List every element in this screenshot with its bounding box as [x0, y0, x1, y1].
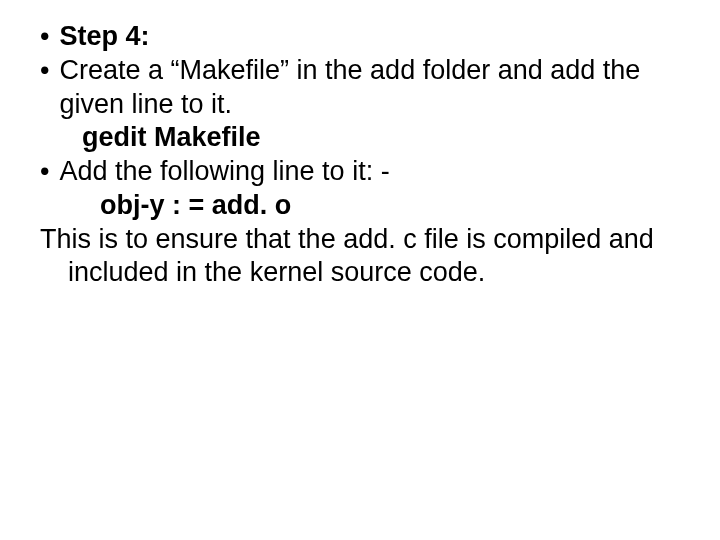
command-gedit: gedit Makefile — [40, 121, 680, 155]
text-pre: Create a — [59, 55, 170, 85]
text-quoted: “Makefile” — [171, 55, 290, 85]
bullet-dot-icon: • — [40, 20, 49, 54]
explanation-line1: This is to ensure that the add. c file i… — [40, 224, 654, 254]
bullet-dot-icon: • — [40, 54, 49, 88]
bullet-create-makefile-text: Create a “Makefile” in the add folder an… — [59, 54, 680, 122]
command-obj-y-text: obj-y : = add. o — [100, 190, 291, 220]
bullet-dot-icon: • — [40, 155, 49, 189]
command-gedit-text: gedit Makefile — [82, 122, 261, 152]
explanation-line2: included in the kernel source code. — [40, 256, 680, 290]
bullet-add-line-text: Add the following line to it: - — [59, 155, 680, 189]
bullet-create-makefile: • Create a “Makefile” in the add folder … — [40, 54, 680, 122]
command-obj-y: obj-y : = add. o — [40, 189, 680, 223]
step4-label: Step 4: — [59, 21, 149, 51]
slide-content: • Step 4: • Create a “Makefile” in the a… — [0, 0, 720, 540]
bullet-step4-text: Step 4: — [59, 20, 680, 54]
bullet-add-line: • Add the following line to it: - — [40, 155, 680, 189]
explanation-paragraph: This is to ensure that the add. c file i… — [40, 223, 680, 291]
bullet-step4: • Step 4: — [40, 20, 680, 54]
